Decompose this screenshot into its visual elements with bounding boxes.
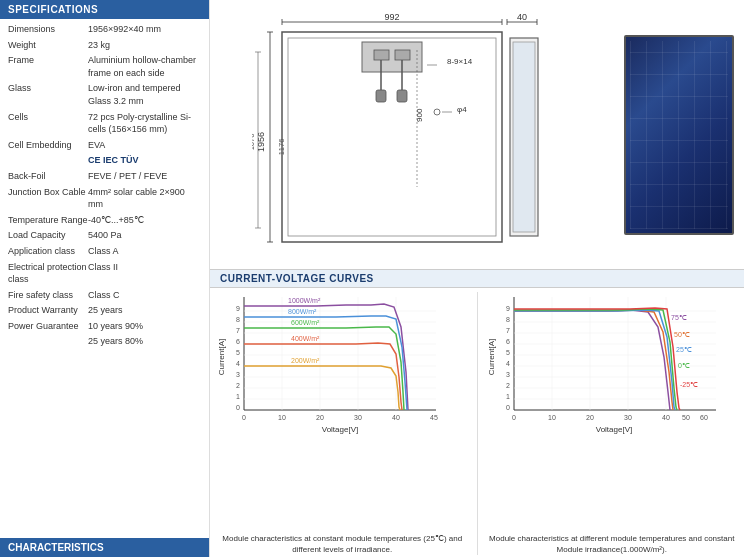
photo-area [614,0,744,269]
svg-rect-14 [362,42,422,72]
spec-row-cert: CE IEC TÜV [8,154,201,167]
spec-row-firesafety: Fire safety class Class C [8,289,201,302]
dim-992: 992 [384,12,399,22]
chars-header: CHARACTERISTICS [0,538,209,557]
svg-text:4: 4 [506,360,510,367]
svg-rect-26 [513,42,535,232]
svg-text:0: 0 [506,404,510,411]
svg-text:45: 45 [430,414,438,421]
svg-text:7: 7 [236,327,240,334]
svg-text:0: 0 [236,404,240,411]
spec-value-frame: Aluminium hollow-chamber frame on each s… [88,54,201,79]
svg-text:3: 3 [236,371,240,378]
svg-text:2: 2 [236,382,240,389]
svg-text:-25℃: -25℃ [680,381,698,388]
spec-row-warranty: Product Warranty 25 years [8,304,201,317]
spec-value-load: 5400 Pa [88,229,201,242]
svg-text:30: 30 [624,414,632,421]
svg-rect-20 [397,90,407,102]
spec-value-weight: 23 kg [88,39,201,52]
spec-label-dimensions: Dimensions [8,23,88,36]
spec-label-junctionbox: Junction Box Cable [8,186,88,199]
spec-row-cell-embedding: Cell Embedding EVA [8,139,201,152]
spec-label-firesafety: Fire safety class [8,289,88,302]
dim-40: 40 [517,12,527,22]
dim-8-9-14: 8-9×14 [447,57,473,66]
svg-text:40: 40 [392,414,400,421]
spec-row-appclass: Application class Class A [8,245,201,258]
spec-value-glass: Low-iron and tempered Glass 3.2 mm [88,82,201,107]
right-y-label: Current[A] [487,339,496,375]
spec-label-cell-embedding: Cell Embedding [8,139,88,152]
diagram-area: 992 40 1956 1676 1176 [210,0,614,269]
spec-row-load: Load Capacity 5400 Pa [8,229,201,242]
spec-label-power10: Power Guarantee [8,320,88,333]
left-chart-area: Current[A] 0 1 2 3 4 5 6 7 8 9 0 [216,292,469,531]
svg-text:20: 20 [316,414,324,421]
curves-header: CURRENT-VOLTAGE CURVES [210,270,744,288]
spec-value-junctionbox: 4mm² solar cable 2×900 mm [88,186,201,211]
spec-label-warranty: Product Warranty [8,304,88,317]
spec-value-dimensions: 1956×992×40 mm [88,23,201,36]
svg-text:0: 0 [242,414,246,421]
svg-text:0℃: 0℃ [678,362,690,369]
spec-value-appclass: Class A [88,245,201,258]
specs-header: SPECIFICATIONS [0,0,209,19]
svg-text:6: 6 [236,338,240,345]
spec-row-weight: Weight 23 kg [8,39,201,52]
svg-rect-16 [395,50,410,60]
spec-label-frame: Frame [8,54,88,67]
top-section: 992 40 1956 1676 1176 [210,0,744,270]
svg-text:3: 3 [506,371,510,378]
svg-text:5: 5 [506,349,510,356]
svg-text:40: 40 [662,414,670,421]
right-x-label: Voltage[V] [595,425,631,434]
svg-text:800W/m²: 800W/m² [288,308,317,315]
svg-text:2: 2 [506,382,510,389]
spec-label-appclass: Application class [8,245,88,258]
left-x-label: Voltage[V] [322,425,358,434]
svg-text:4: 4 [236,360,240,367]
curves-content: Current[A] 0 1 2 3 4 5 6 7 8 9 0 [210,288,744,557]
spec-value-backfoil: FEVE / PET / FEVE [88,170,201,183]
svg-text:10: 10 [548,414,556,421]
dim-900: 900 [415,108,424,122]
svg-text:0: 0 [512,414,516,421]
right-chart-container: Current[A] 0 1 2 3 4 5 6 7 8 9 0 [486,292,739,555]
svg-text:50: 50 [682,414,690,421]
svg-text:5: 5 [236,349,240,356]
spec-label-cells: Cells [8,111,88,124]
right-chart-svg: Current[A] 0 1 2 3 4 5 6 7 8 9 0 [486,292,726,437]
spec-label-backfoil: Back-Foil [8,170,88,183]
spec-row-backfoil: Back-Foil FEVE / PET / FEVE [8,170,201,183]
specs-table: Dimensions 1956×992×40 mm Weight 23 kg F… [0,19,209,538]
svg-text:1000W/m²: 1000W/m² [288,297,321,304]
spec-row-glass: Glass Low-iron and tempered Glass 3.2 mm [8,82,201,107]
solar-panel-photo [624,35,734,235]
spec-row-power25: 25 years 80% [8,335,201,348]
spec-row-junctionbox: Junction Box Cable 4mm² solar cable 2×90… [8,186,201,211]
spec-row-power10: Power Guarantee 10 years 90% [8,320,201,333]
spec-label-glass: Glass [8,82,88,95]
spec-row-temp: Temperature Range -40℃...+85℃ [8,214,201,227]
right-chart-area: Current[A] 0 1 2 3 4 5 6 7 8 9 0 [486,292,739,531]
svg-text:1: 1 [506,393,510,400]
right-chart-caption: Module characteristics at different modu… [486,533,739,555]
spec-value-power10: 10 years 90% [88,320,201,333]
dim-phi4: φ4 [457,105,467,114]
svg-text:9: 9 [506,305,510,312]
right-panel: 992 40 1956 1676 1176 [210,0,744,557]
spec-value-cert: CE IEC TÜV [88,154,201,167]
svg-rect-15 [374,50,389,60]
svg-text:25℃: 25℃ [676,346,692,353]
dim-1676: 1676 [252,134,256,151]
technical-diagram: 992 40 1956 1676 1176 [252,12,572,257]
left-panel: SPECIFICATIONS Dimensions 1956×992×40 mm… [0,0,210,557]
spec-row-elecprot: Electrical protection class Class II [8,261,201,286]
curves-section: CURRENT-VOLTAGE CURVES Current[A] 0 1 2 [210,270,744,557]
svg-text:30: 30 [354,414,362,421]
svg-text:200W/m²: 200W/m² [291,357,320,364]
svg-text:10: 10 [278,414,286,421]
spec-label-weight: Weight [8,39,88,52]
dim-1956: 1956 [256,132,266,152]
